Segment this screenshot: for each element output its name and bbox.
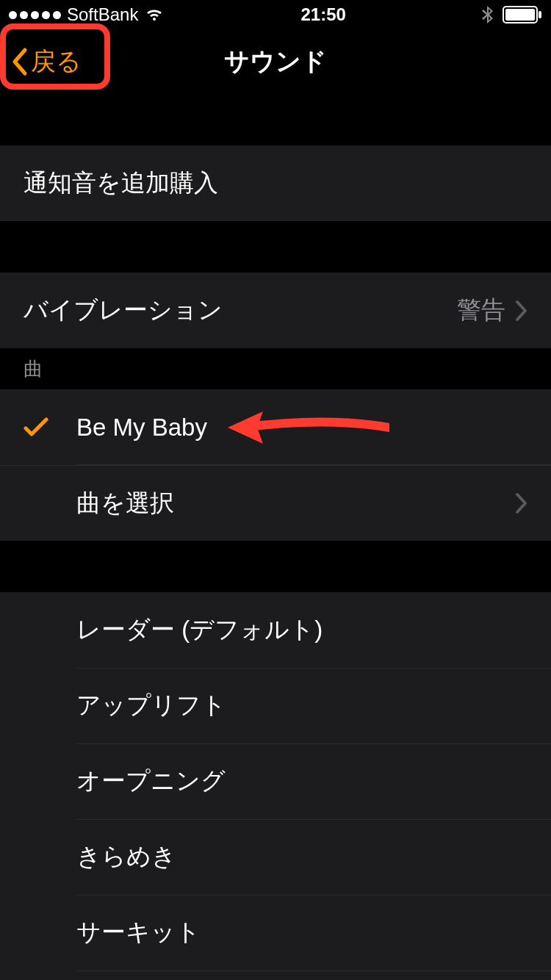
tone-label: きらめき	[24, 840, 527, 873]
vibration-label: バイブレーション	[24, 294, 457, 327]
spacer	[0, 221, 551, 273]
carrier-label: SoftBank	[67, 4, 138, 25]
page-title: サウンド	[0, 45, 551, 79]
chevron-right-icon	[514, 300, 527, 322]
tone-row[interactable]: きらめき	[0, 819, 551, 895]
signal-strength-icon	[9, 11, 61, 19]
tone-label: オープニング	[24, 765, 527, 798]
spacer	[0, 541, 551, 592]
wifi-icon	[144, 7, 165, 23]
bluetooth-icon	[482, 5, 494, 24]
vibration-row[interactable]: バイブレーション 警告	[0, 273, 551, 348]
songs-section-header: 曲	[0, 348, 551, 389]
chevron-right-icon	[514, 492, 527, 514]
svg-rect-1	[505, 9, 535, 21]
tone-label: レーダー (デフォルト)	[24, 613, 527, 646]
selected-song-row[interactable]: Be My Baby	[0, 389, 551, 465]
battery-icon	[503, 6, 542, 24]
tone-row[interactable]: オープニング	[0, 743, 551, 819]
buy-tones-row[interactable]: 通知音を追加購入	[0, 145, 551, 221]
tone-label: アップリフト	[24, 689, 527, 722]
status-bar: SoftBank 21:50	[0, 0, 551, 29]
spacer	[0, 94, 551, 145]
clock-label: 21:50	[301, 4, 346, 25]
tone-row[interactable]: レーダー (デフォルト)	[0, 592, 551, 668]
selected-song-label: Be My Baby	[76, 414, 527, 442]
status-left: SoftBank	[9, 4, 165, 25]
status-right	[482, 5, 542, 24]
songs-section-header-label: 曲	[24, 356, 43, 382]
pick-song-row[interactable]: 曲を選択	[0, 465, 551, 541]
tones-list: レーダー (デフォルト) アップリフト オープニング きらめき サーキット さざ…	[0, 592, 551, 980]
tone-row[interactable]: サーキット	[0, 895, 551, 970]
buy-tones-label: 通知音を追加購入	[24, 167, 527, 200]
checkmark-icon	[24, 417, 76, 438]
pick-song-label: 曲を選択	[76, 487, 514, 520]
tone-row[interactable]: さざ波	[0, 970, 551, 980]
vibration-value: 警告	[457, 294, 505, 327]
svg-rect-2	[539, 11, 541, 18]
tone-label: サーキット	[24, 916, 527, 949]
nav-bar: 戻る サウンド	[0, 29, 551, 94]
tone-row[interactable]: アップリフト	[0, 668, 551, 743]
